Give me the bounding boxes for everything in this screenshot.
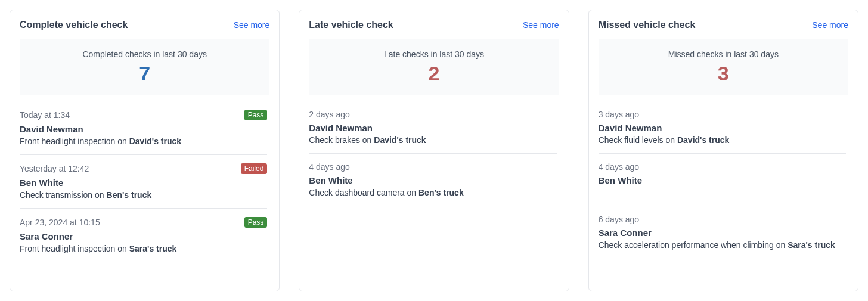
item-top: 2 days ago — [309, 110, 556, 119]
stat-label: Missed checks in last 30 days — [599, 49, 848, 59]
see-more-link[interactable]: See more — [234, 20, 270, 30]
card-missed: Missed vehicle check See more Missed che… — [588, 10, 858, 291]
card-header: Complete vehicle check See more — [20, 20, 269, 30]
see-more-link[interactable]: See more — [523, 20, 559, 30]
items-list[interactable]: 3 days ago David Newman Check fluid leve… — [599, 101, 848, 281]
vehicle-name: Ben's truck — [418, 188, 464, 197]
item-desc: Check acceleration performance when clim… — [599, 240, 846, 250]
item-person: David Newman — [599, 123, 846, 133]
item-desc — [599, 188, 846, 197]
stat-box: Missed checks in last 30 days 3 — [599, 39, 848, 95]
list-item[interactable]: 2 days ago David Newman Check brakes on … — [309, 101, 556, 154]
item-time: 2 days ago — [309, 110, 350, 119]
status-badge: Pass — [244, 110, 268, 120]
item-time: 4 days ago — [309, 162, 350, 172]
item-time: 3 days ago — [599, 110, 640, 119]
card-title: Late vehicle check — [309, 20, 393, 30]
item-top: Yesterday at 12:42 Failed — [20, 163, 267, 174]
item-person: David Newman — [20, 124, 267, 134]
stat-box: Completed checks in last 30 days 7 — [20, 39, 269, 95]
list-item[interactable]: 3 days ago David Newman Check fluid leve… — [599, 101, 846, 154]
card-late: Late vehicle check See more Late checks … — [299, 10, 569, 291]
item-desc: Check fluid levels on David's truck — [599, 135, 846, 145]
stat-label: Late checks in last 30 days — [309, 49, 559, 59]
item-person: Sara Conner — [599, 228, 846, 238]
desc-prefix: Check fluid levels on — [599, 135, 677, 145]
stat-value: 7 — [20, 61, 269, 86]
items-list[interactable]: Today at 1:34 Pass David Newman Front he… — [20, 101, 269, 281]
stat-value: 3 — [599, 61, 848, 86]
desc-prefix: Front headlight inspection on — [20, 136, 129, 146]
stat-label: Completed checks in last 30 days — [20, 49, 269, 59]
vehicle-name: David's truck — [677, 135, 729, 145]
vehicle-name: Sara's truck — [129, 244, 177, 253]
item-desc: Check brakes on David's truck — [309, 135, 556, 145]
item-desc: Check dashboard camera on Ben's truck — [309, 188, 556, 197]
item-top: Apr 23, 2024 at 10:15 Pass — [20, 217, 267, 228]
desc-prefix: Check dashboard camera on — [309, 188, 418, 197]
vehicle-name: Ben's truck — [107, 190, 152, 200]
cards-row: Complete vehicle check See more Complete… — [10, 10, 858, 291]
item-person: David Newman — [309, 123, 556, 133]
vehicle-name: David's truck — [129, 136, 181, 146]
item-top: 4 days ago — [309, 162, 556, 172]
status-badge: Failed — [241, 163, 268, 174]
stat-box: Late checks in last 30 days 2 — [309, 39, 559, 95]
card-header: Missed vehicle check See more — [599, 20, 848, 30]
stat-value: 2 — [309, 61, 559, 86]
card-header: Late vehicle check See more — [309, 20, 559, 30]
desc-prefix: Check transmission on — [20, 190, 107, 200]
item-desc: Front headlight inspection on David's tr… — [20, 136, 267, 146]
item-person: Ben White — [599, 175, 846, 185]
item-person: Ben White — [309, 175, 556, 185]
item-person: Ben White — [20, 178, 267, 188]
item-top: 4 days ago — [599, 162, 846, 172]
item-desc: Check transmission on Ben's truck — [20, 190, 267, 200]
item-time: 6 days ago — [599, 215, 640, 224]
vehicle-name: Sara's truck — [788, 240, 835, 250]
card-complete: Complete vehicle check See more Complete… — [10, 10, 280, 291]
list-item[interactable]: 6 days ago Sara Conner Check acceleratio… — [599, 206, 846, 258]
list-item[interactable]: Today at 1:34 Pass David Newman Front he… — [20, 101, 267, 155]
list-item[interactable]: Apr 23, 2024 at 10:15 Pass Sara Conner F… — [20, 209, 267, 262]
see-more-link[interactable]: See more — [812, 20, 848, 30]
card-title: Complete vehicle check — [20, 20, 128, 30]
item-time: 4 days ago — [599, 162, 640, 172]
desc-prefix: Check acceleration performance when clim… — [599, 240, 788, 250]
item-time: Today at 1:34 — [20, 110, 70, 120]
item-top: 6 days ago — [599, 215, 846, 224]
card-title: Missed vehicle check — [599, 20, 696, 30]
desc-prefix: Check brakes on — [309, 135, 374, 145]
item-person: Sara Conner — [20, 231, 267, 241]
items-list[interactable]: 2 days ago David Newman Check brakes on … — [309, 101, 559, 281]
status-badge: Pass — [244, 217, 268, 228]
vehicle-name: David's truck — [374, 135, 426, 145]
item-desc: Front headlight inspection on Sara's tru… — [20, 244, 267, 253]
item-time: Apr 23, 2024 at 10:15 — [20, 218, 100, 227]
item-top: 3 days ago — [599, 110, 846, 119]
list-item[interactable]: 4 days ago Ben White — [599, 154, 846, 206]
desc-prefix: Front headlight inspection on — [20, 244, 129, 253]
item-time: Yesterday at 12:42 — [20, 164, 89, 173]
list-item[interactable]: 4 days ago Ben White Check dashboard cam… — [309, 154, 556, 206]
item-top: Today at 1:34 Pass — [20, 110, 267, 120]
list-item[interactable]: Yesterday at 12:42 Failed Ben White Chec… — [20, 155, 267, 209]
